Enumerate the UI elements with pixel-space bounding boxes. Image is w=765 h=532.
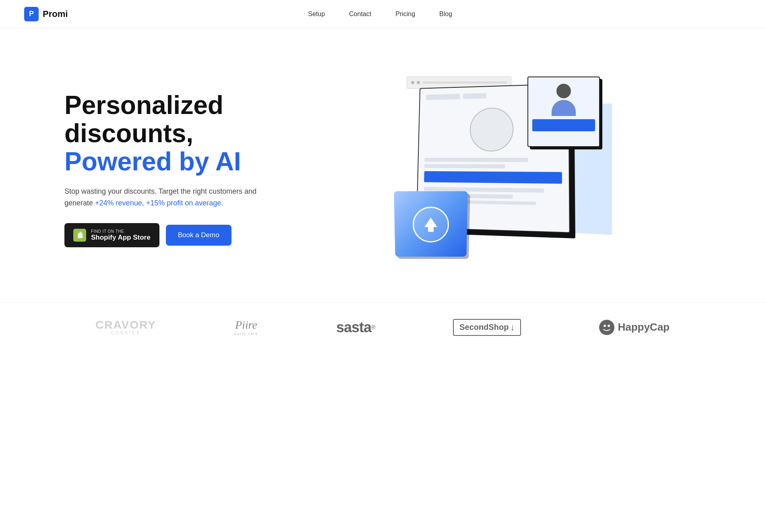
- hero-content: Personalized discounts, Powered by AI St…: [64, 91, 290, 248]
- card-line-1: [424, 158, 528, 162]
- card-blue-btn: [424, 171, 562, 184]
- svg-rect-1: [599, 320, 614, 335]
- hero-title: Personalized discounts, Powered by AI: [64, 91, 290, 176]
- upload-circle: [413, 207, 449, 242]
- nav-contact[interactable]: Contact: [349, 10, 371, 17]
- logo-sasta: sasta®: [336, 319, 375, 336]
- logo-cravory: CRAVORY COOKIES: [95, 319, 156, 335]
- book-demo-button[interactable]: Book a Demo: [166, 225, 232, 246]
- shopify-bag-icon: [73, 229, 86, 242]
- upload-arrow-stem: [428, 227, 434, 232]
- logo-happycap: HappyCap: [599, 320, 670, 335]
- card-circle: [469, 107, 513, 151]
- logo-link[interactable]: P Promi: [24, 7, 68, 21]
- happycap-icon: [599, 320, 614, 335]
- shopify-button[interactable]: FIND IT ON THE Shopify App Store: [64, 223, 159, 247]
- topbar-dot-2: [417, 81, 420, 84]
- topbar-dot-1: [411, 81, 414, 84]
- hero-illustration: [290, 72, 701, 266]
- card-block-1: [426, 94, 460, 100]
- logo-icon: P: [24, 7, 39, 21]
- nav-blog[interactable]: Blog: [439, 10, 452, 17]
- brand-name: Promi: [43, 9, 68, 19]
- topbar-line: [422, 81, 507, 84]
- nav-links: Setup Contact Pricing Blog: [308, 10, 452, 18]
- illustration-wrapper: [391, 72, 600, 266]
- profile-body: [552, 100, 576, 116]
- logo-piure: Piire daily care: [234, 319, 258, 336]
- card-line-2: [424, 164, 505, 168]
- upload-card: [394, 191, 467, 257]
- hero-section: Personalized discounts, Powered by AI St…: [0, 28, 765, 302]
- profile-card: [527, 77, 600, 147]
- navbar: P Promi Setup Contact Pricing Blog: [0, 0, 765, 28]
- logos-section: CRAVORY COOKIES Piire daily care sasta® …: [0, 302, 765, 360]
- svg-point-3: [608, 325, 610, 327]
- profile-blue-bar: [532, 119, 595, 131]
- nav-setup[interactable]: Setup: [308, 10, 325, 17]
- card-block-2: [463, 93, 486, 99]
- logo-secondshop: SecondShop↓: [453, 319, 521, 336]
- upload-arrow-head: [424, 217, 437, 227]
- nav-pricing[interactable]: Pricing: [395, 10, 415, 17]
- hero-buttons: FIND IT ON THE Shopify App Store Book a …: [64, 223, 290, 247]
- svg-point-2: [604, 325, 606, 327]
- profile-head: [556, 84, 571, 98]
- hero-subtitle: Stop wasting your discounts. Target the …: [64, 186, 290, 209]
- profile-person: [548, 84, 580, 116]
- shopify-text: FIND IT ON THE Shopify App Store: [91, 229, 151, 242]
